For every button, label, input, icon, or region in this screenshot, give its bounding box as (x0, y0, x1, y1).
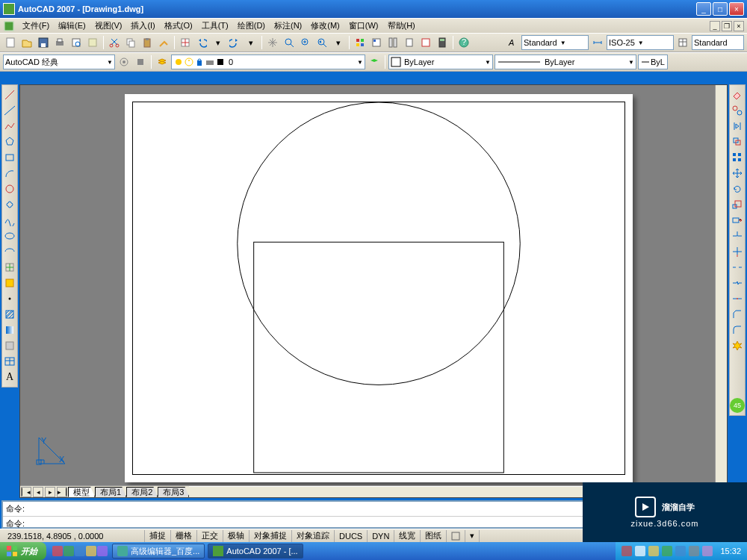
cut-icon[interactable] (107, 35, 122, 50)
table-style-icon[interactable] (675, 35, 690, 50)
copy-obj-icon[interactable] (730, 103, 745, 118)
publish-icon[interactable] (85, 35, 100, 50)
sheet-icon[interactable] (402, 35, 417, 50)
menu-insert[interactable]: 插入(I) (126, 19, 159, 32)
ellipse-icon[interactable] (2, 228, 17, 243)
menu-file[interactable]: 文件(F) (18, 19, 54, 32)
undo-drop-icon[interactable]: ▾ (211, 35, 226, 50)
print-icon[interactable] (52, 35, 67, 50)
tray-4-icon[interactable] (662, 546, 672, 556)
dyn-toggle[interactable]: DYN (368, 530, 394, 542)
make-block-icon[interactable] (2, 276, 17, 290)
linetype-dropdown[interactable]: ByLayer ▼ (495, 55, 636, 69)
ellipsearc-icon[interactable] (2, 244, 17, 259)
explode-icon[interactable] (730, 338, 745, 353)
stretch-icon[interactable] (730, 213, 745, 228)
doc-close[interactable]: × (734, 21, 744, 31)
offset-icon[interactable] (730, 134, 745, 149)
task-item-2[interactable]: AutoCAD 2007 - [... (208, 544, 303, 559)
trim-icon[interactable] (730, 228, 745, 243)
minimize-button[interactable]: _ (696, 2, 711, 16)
tray-7-icon[interactable] (702, 546, 713, 556)
point-icon[interactable] (2, 291, 17, 306)
menu-dim[interactable]: 标注(N) (270, 19, 306, 32)
paper-toggle[interactable]: 图纸 (421, 530, 447, 542)
ql-3-icon[interactable] (75, 546, 85, 556)
spline-icon[interactable] (2, 213, 17, 228)
join-icon[interactable] (730, 291, 745, 306)
xline-icon[interactable] (2, 103, 17, 118)
props-icon[interactable] (353, 35, 368, 50)
tray-2-icon[interactable] (635, 546, 645, 556)
text-style-icon[interactable]: A (505, 35, 520, 50)
insert-icon[interactable] (2, 260, 17, 275)
array-icon[interactable] (730, 150, 745, 165)
workspace-dropdown[interactable]: AutoCAD 经典▼ (3, 55, 115, 69)
menu-edit[interactable]: 编辑(E) (54, 19, 90, 32)
close-button[interactable]: × (729, 2, 744, 16)
new-icon[interactable] (3, 35, 18, 50)
menu-window[interactable]: 窗口(W) (344, 19, 383, 32)
scale-icon[interactable] (730, 197, 745, 212)
drawing-area[interactable]: Y X ▏◂ ◂ ▸ ▸▕ 模型 布局1 布局2 布局3 (19, 84, 728, 498)
circle-icon[interactable] (2, 181, 17, 196)
lineweight-dropdown[interactable]: ByL (638, 55, 668, 69)
break2-icon[interactable] (730, 276, 745, 290)
extend-icon[interactable] (730, 244, 745, 259)
workspace-save-icon[interactable] (133, 55, 148, 69)
calc-icon[interactable] (435, 35, 450, 50)
zoom-drop-icon[interactable]: ▾ (331, 35, 346, 50)
revcloud-icon[interactable] (2, 197, 17, 212)
polygon-icon[interactable] (2, 134, 17, 149)
status-tray2-icon[interactable]: ▾ (465, 530, 480, 542)
menu-modify[interactable]: 修改(M) (306, 19, 344, 32)
mtext-icon[interactable]: A (2, 370, 17, 385)
doc-minimize[interactable]: _ (710, 21, 720, 31)
region-icon[interactable] (2, 338, 17, 353)
start-button[interactable]: 开始 (0, 542, 46, 560)
menu-format[interactable]: 格式(O) (160, 19, 197, 32)
ortho-toggle[interactable]: 正交 (197, 530, 223, 542)
clock[interactable]: 15:32 (720, 547, 741, 556)
mirror-icon[interactable] (730, 119, 745, 134)
save-icon[interactable] (36, 35, 51, 50)
arc-icon[interactable] (2, 166, 17, 181)
menu-view[interactable]: 视图(V) (90, 19, 127, 32)
rect-icon[interactable] (2, 150, 17, 165)
copy-icon[interactable] (123, 35, 138, 50)
redo-drop-icon[interactable]: ▾ (244, 35, 258, 50)
help-icon[interactable]: ? (456, 35, 471, 50)
polar-toggle[interactable]: 极轴 (223, 530, 249, 542)
tool-palette-icon[interactable] (385, 35, 400, 50)
ql-4-icon[interactable] (86, 546, 96, 556)
lwt-toggle[interactable]: 线宽 (394, 530, 421, 542)
preview-icon[interactable] (69, 35, 84, 50)
line-icon[interactable] (2, 87, 17, 102)
chamfer-icon[interactable] (730, 307, 745, 322)
zoom-prev-icon[interactable] (314, 35, 329, 50)
zoom-realtime-icon[interactable] (282, 35, 297, 50)
menu-draw[interactable]: 绘图(D) (233, 19, 270, 32)
layer-dropdown[interactable]: 0 ▼ (171, 55, 365, 69)
table-style-dropdown[interactable]: Standard (692, 35, 744, 50)
break-icon[interactable] (730, 260, 745, 275)
tray-6-icon[interactable] (689, 546, 699, 556)
maximize-button[interactable]: □ (713, 2, 728, 16)
ducs-toggle[interactable]: DUCS (335, 530, 368, 542)
zoom-window-icon[interactable] (298, 35, 313, 50)
doc-restore[interactable]: ❐ (722, 21, 732, 31)
table-icon[interactable] (2, 354, 17, 369)
tray-1-icon[interactable] (622, 546, 632, 556)
pline-icon[interactable] (2, 119, 17, 134)
menu-help[interactable]: 帮助(H) (383, 19, 420, 32)
status-tray-icon[interactable] (447, 530, 465, 542)
tray-5-icon[interactable] (675, 546, 686, 556)
layer-manager-icon[interactable] (155, 55, 170, 69)
undo-icon[interactable] (194, 35, 209, 50)
move-icon[interactable] (730, 166, 745, 181)
paste-icon[interactable] (140, 35, 155, 50)
tab-prev[interactable]: ◂ (33, 487, 43, 497)
menu-tools[interactable]: 工具(T) (197, 19, 233, 32)
erase-icon[interactable] (730, 87, 745, 102)
color-dropdown[interactable]: ByLayer ▼ (388, 55, 493, 69)
